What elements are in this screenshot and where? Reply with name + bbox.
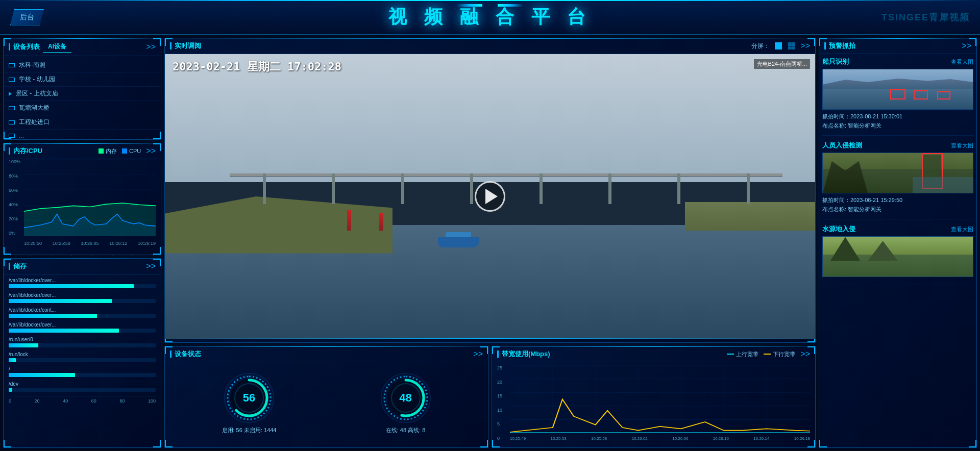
gauge-high-value: 48 — [399, 391, 411, 405]
cpu-memory-svg — [24, 159, 156, 236]
split-4-icon — [788, 42, 795, 49]
boat-detection-box-1 — [890, 89, 905, 99]
storage-item-4: /var/lib/docker/over... — [9, 322, 156, 333]
alert-boat-meta: 抓拍时间：2023-08-21 15:30:01 布点名称: 智能分析网关 — [822, 112, 973, 130]
video-timestamp: 2023-02-21 星期二 17:02:28 — [173, 59, 341, 74]
video-boat — [438, 232, 479, 247]
device-item-shuike[interactable]: 水科-南照 — [4, 58, 161, 72]
cpu-legend-dot — [122, 148, 127, 154]
alert-water-image — [822, 236, 973, 277]
split-controls: 分屏： >> — [751, 41, 810, 51]
alert-item-boat: 船只识别 查看大图 — [822, 57, 973, 136]
device-item-engineering[interactable]: 工程处进口 — [4, 115, 161, 130]
device-status-panel: 设备状态 >> — [164, 346, 488, 448]
alert-header: 预警抓拍 >> — [819, 38, 976, 54]
tab-ai-devices[interactable]: AI设备 — [43, 41, 71, 53]
alert-person-meta: 抓拍时间：2023-08-21 15:29:50 布点名称: 智能分析网关 — [822, 196, 973, 214]
header-accent-left — [457, 4, 482, 7]
device-list-panel: 设备列表 AI设备 >> 水科-南照 学校 - 幼儿园 景区 - 上杭文庙 — [3, 38, 161, 140]
alert-person-header: 人员入侵检测 查看大图 — [822, 141, 973, 150]
storage-header: 储存 >> — [4, 259, 161, 274]
bw-legend-up: 上行宽带 — [727, 350, 758, 358]
header-accent-right — [498, 4, 523, 7]
video-panel: 实时调阅 分屏： >> — [164, 38, 816, 343]
gauge-container: 56 启用: 56 未启用: 1444 — [165, 362, 488, 444]
device-list-header: 设备列表 AI设备 >> — [4, 38, 161, 56]
bw-y-axis: 25 20 15 10 5 0 — [497, 365, 510, 441]
play-button[interactable] — [475, 181, 505, 212]
backend-button[interactable]: 后台 — [10, 9, 44, 26]
boat-scene — [823, 69, 973, 109]
bandwidth-panel: 带宽使用(Mbps) 上行宽带 下行宽带 >> — [492, 346, 816, 448]
shore-structure2 — [379, 213, 383, 231]
boat-detection-box-2 — [914, 90, 928, 99]
device-item-school[interactable]: 学校 - 幼儿园 — [4, 72, 161, 87]
cpu-memory-title: 内存/CPU — [9, 146, 42, 156]
bw-x-axis: 10:25:49 10:25:53 10:25:58 10:26:02 10:2… — [510, 436, 810, 441]
cpu-memory-header: 内存/CPU 内存 CPU >> — [4, 143, 161, 159]
alert-item-person: 人员入侵检测 查看大图 — [822, 141, 973, 219]
boat-detection-box-3 — [937, 91, 950, 99]
alert-person-view-btn[interactable]: 查看大图 — [951, 142, 973, 149]
alert-boat-image — [822, 69, 973, 110]
bw-chart-area: 10:25:49 10:25:53 10:25:58 10:26:02 10:2… — [510, 365, 810, 441]
alert-title: 预警抓拍 — [824, 41, 855, 51]
storage-item-7: / — [9, 366, 156, 377]
shore-structure — [347, 210, 351, 231]
device-list-title: 设备列表 AI设备 — [9, 41, 71, 53]
gauge-high-circle: 48 — [380, 372, 431, 423]
storage-panel: 储存 >> /var/lib/docker/over... /var/lib/d… — [3, 258, 161, 448]
storage-item-2: /var/lib/docker/over... — [9, 292, 156, 303]
gauge-online-label: 启用: 56 未启用: 1444 — [222, 427, 277, 434]
main-layout: 设备列表 AI设备 >> 水科-南照 学校 - 幼儿园 景区 - 上杭文庙 — [0, 35, 980, 451]
alert-person-image — [822, 153, 973, 193]
x-axis-labels: 10:25:50 10:25:58 10:26:05 10:26:12 10:2… — [24, 241, 156, 246]
device-icon — [9, 106, 15, 110]
alert-panel: 预警抓拍 >> 船只识别 查看大图 — [819, 38, 977, 448]
device-item-more[interactable]: ... — [4, 130, 161, 140]
device-status-header: 设备状态 >> — [165, 346, 488, 362]
gauge-online: 56 启用: 56 未启用: 1444 — [222, 372, 277, 434]
page-title: 视 频 融 合 平 台 — [388, 5, 592, 30]
device-item-scenic[interactable]: 景区 - 上杭文庙 — [4, 87, 161, 101]
bw-legend-down: 下行宽带 — [764, 350, 795, 358]
alert-person-type: 人员入侵检测 — [822, 141, 862, 150]
storage-item-5: /run/user/0 — [9, 337, 156, 347]
gauge-high-label: 在线: 48 高线: 8 — [386, 427, 426, 434]
video-camera-label: 光电B24-南燕两桥... — [754, 59, 810, 69]
device-items-list: 水科-南照 学校 - 幼儿园 景区 - 上杭文庙 瓦塘湖大桥 工程处进口 — [4, 56, 161, 140]
video-container[interactable]: 2023-02-21 星期二 17:02:28 光电B24-南燕两桥... — [165, 54, 815, 339]
video-land-right — [685, 202, 815, 231]
split-1-button[interactable] — [774, 41, 783, 51]
alert-boat-view-btn[interactable]: 查看大图 — [951, 58, 973, 66]
storage-items: /var/lib/docker/over... /var/lib/docker/… — [4, 274, 161, 409]
device-item-bridge[interactable]: 瓦塘湖大桥 — [4, 101, 161, 115]
alert-water-header: 水源地入侵 查看大图 — [822, 224, 973, 234]
right-panel: 预警抓拍 >> 船只识别 查看大图 — [819, 38, 977, 448]
device-arrow-icon — [9, 92, 12, 96]
video-land-left — [165, 196, 393, 254]
storage-item-3: /var/lib/docker/cont... — [9, 307, 156, 318]
play-icon — [485, 189, 498, 204]
header: 后台 视 频 融 合 平 台 TSINGEE青犀视频 — [0, 0, 980, 35]
cpu-memory-panel: 内存/CPU 内存 CPU >> 100% 80% — [3, 143, 161, 255]
bandwidth-title: 带宽使用(Mbps) — [497, 349, 550, 359]
split-label: 分屏： — [751, 42, 770, 51]
cpu-memory-chart-area: 100% 80% 60% 40% 20% 0% — [4, 159, 161, 246]
split-4-button[interactable] — [787, 41, 796, 51]
alert-items-list: 船只识别 查看大图 — [819, 54, 976, 444]
video-header: 实时调阅 分屏： >> — [165, 38, 815, 54]
alert-water-view-btn[interactable]: 查看大图 — [951, 225, 973, 233]
alert-item-water: 水源地入侵 查看大图 — [822, 224, 973, 285]
center-panel: 实时调阅 分屏： >> — [164, 38, 816, 448]
storage-x-axis: 0 20 40 60 80 100 — [9, 396, 156, 406]
legend-cpu: CPU — [122, 148, 141, 154]
video-title: 实时调阅 — [170, 41, 201, 51]
device-icon — [9, 120, 15, 124]
storage-title: 储存 — [9, 262, 27, 271]
bandwidth-header: 带宽使用(Mbps) 上行宽带 下行宽带 >> — [492, 346, 815, 362]
bandwidth-chart-inner: 25 20 15 10 5 0 — [497, 365, 810, 441]
water-scene — [823, 237, 973, 277]
gauge-online-value: 56 — [243, 391, 255, 405]
bandwidth-legend-area: 上行宽带 下行宽带 >> — [727, 349, 810, 359]
